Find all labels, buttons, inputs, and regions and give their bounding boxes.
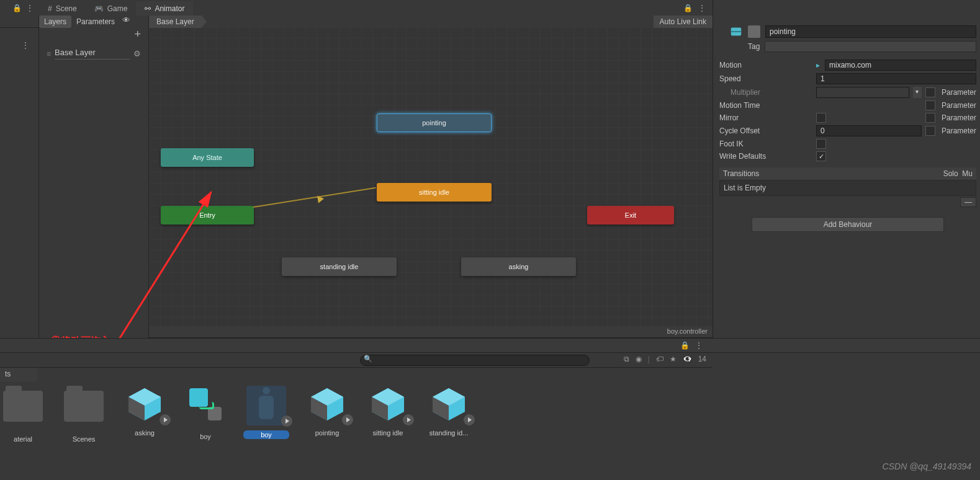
- asset-folder-material[interactable]: aterial: [0, 384, 46, 465]
- asset-animation-sitting-idle[interactable]: sitting idle: [365, 384, 411, 465]
- lock-icon[interactable]: 🔒: [683, 4, 693, 12]
- state-node-standing-idle[interactable]: standing idle: [282, 257, 397, 276]
- motion-play-icon: ▸: [816, 61, 820, 69]
- cycle-offset-label: Cycle Offset: [719, 127, 812, 135]
- motion-label: Motion: [719, 61, 812, 69]
- transitions-list: List is Empty: [719, 180, 976, 196]
- mirror-check[interactable]: [816, 113, 826, 123]
- left-dock-controls: 🔒 ⋮: [0, 0, 39, 16]
- multiplier-label: Multiplier: [719, 88, 812, 97]
- exit-node[interactable]: Exit: [587, 206, 674, 224]
- state-node-pointing[interactable]: pointing: [377, 113, 492, 132]
- animation-clip-icon: [429, 384, 469, 424]
- add-layer-icon[interactable]: +: [134, 28, 141, 40]
- play-icon[interactable]: [464, 414, 475, 425]
- write-defaults-label: Write Defaults: [719, 152, 812, 161]
- project-panel-divider[interactable]: 🔒 ⋮: [0, 338, 980, 353]
- layer-item-base[interactable]: ≡ Base Layer ⚙: [39, 43, 148, 64]
- project-search-input[interactable]: [360, 355, 590, 366]
- tab-animator[interactable]: ⚯Animator: [136, 1, 193, 16]
- animation-clip-icon: [307, 384, 347, 424]
- hierarchy-strip: ⋮: [0, 16, 39, 338]
- search-icon: 🔍: [364, 355, 372, 363]
- hidden-toggle-icon[interactable]: 👁‍🗨: [683, 355, 692, 363]
- animator-icon: ⚯: [145, 4, 151, 13]
- model-icon: [254, 386, 279, 422]
- breadcrumb[interactable]: Base Layer: [149, 16, 202, 28]
- foot-ik-check[interactable]: [816, 139, 826, 149]
- transitions-header: Transitions Solo Mu: [719, 167, 976, 180]
- tag-field[interactable]: [765, 41, 976, 52]
- layers-tab[interactable]: Layers: [39, 16, 71, 28]
- inspector-panel: Tag Motion▸ Speed Multiplier▾Parameter M…: [713, 0, 980, 338]
- controller-path-label: boy.controller: [149, 326, 713, 337]
- parameter-label: Parameter: [942, 88, 976, 97]
- speed-field[interactable]: [816, 73, 976, 84]
- project-breadcrumb[interactable]: ts: [0, 368, 37, 381]
- kebab-icon[interactable]: ⋮: [695, 340, 703, 350]
- kebab-icon[interactable]: ⋮: [25, 3, 34, 13]
- gamepad-icon: 🎮: [94, 4, 104, 13]
- dropdown-icon[interactable]: ▾: [913, 87, 922, 98]
- write-defaults-check[interactable]: ✓: [816, 151, 826, 161]
- any-state-node[interactable]: Any State: [161, 148, 254, 167]
- kebab-icon[interactable]: ⋮: [21, 40, 30, 50]
- drag-handle-icon[interactable]: ≡: [47, 50, 51, 58]
- folder-icon: [3, 391, 43, 422]
- state-type-icon: [748, 25, 760, 38]
- remove-transition-button[interactable]: —: [960, 197, 976, 207]
- eye-icon[interactable]: 👁: [122, 16, 130, 28]
- multiplier-param-check[interactable]: [925, 87, 935, 97]
- filter-label-icon[interactable]: 🏷: [656, 355, 663, 363]
- parameters-tab[interactable]: Parameters: [71, 16, 120, 28]
- layer-name: Base Layer: [55, 48, 130, 60]
- hidden-count: 14: [698, 355, 706, 363]
- tab-game[interactable]: 🎮Game: [86, 1, 137, 16]
- auto-live-link-button[interactable]: Auto Live Link: [654, 16, 713, 28]
- add-behaviour-button[interactable]: Add Behaviour: [752, 217, 944, 232]
- arrow-icon: [317, 195, 325, 203]
- multiplier-field: [816, 87, 909, 98]
- project-toolbar: 🔍 ⧉ ◉ | 🏷 ★ 👁‍🗨 14: [0, 353, 713, 368]
- entry-node[interactable]: Entry: [161, 206, 254, 224]
- mirror-param-check[interactable]: [925, 113, 935, 123]
- play-icon[interactable]: [403, 414, 414, 425]
- state-node-asking[interactable]: asking: [461, 257, 576, 276]
- folder-icon: [64, 391, 104, 422]
- asset-animation-pointing[interactable]: pointing: [304, 384, 350, 465]
- play-icon[interactable]: [342, 414, 353, 425]
- animator-graph[interactable]: 🔒 ⋮ Base Layer Auto Live Link pointing A…: [149, 16, 713, 338]
- favorite-icon[interactable]: ★: [670, 355, 677, 363]
- lock-icon[interactable]: 🔒: [12, 4, 22, 12]
- motion-field[interactable]: [825, 60, 976, 71]
- play-icon[interactable]: [281, 416, 292, 427]
- state-node-sitting-idle[interactable]: sitting idle: [377, 183, 492, 202]
- asset-controller-boy[interactable]: boy: [182, 384, 228, 465]
- play-icon[interactable]: [160, 414, 171, 425]
- save-search-icon[interactable]: ⧉: [624, 355, 629, 363]
- asset-model-boy[interactable]: boy: [243, 384, 289, 465]
- lock-icon[interactable]: 🔒: [680, 341, 690, 350]
- gear-icon[interactable]: ⚙: [133, 49, 141, 58]
- motion-time-param-check[interactable]: [925, 100, 935, 110]
- transition-edge[interactable]: [253, 187, 376, 208]
- tab-scene[interactable]: #Scene: [39, 1, 86, 16]
- foot-ik-label: Foot IK: [719, 140, 812, 148]
- asset-folder-scenes[interactable]: Scenes: [61, 384, 107, 465]
- speed-label: Speed: [719, 74, 812, 83]
- cycle-param-check[interactable]: [925, 126, 935, 136]
- main-tabs: #Scene 🎮Game ⚯Animator: [39, 0, 193, 16]
- asset-animation-asking[interactable]: asking: [122, 384, 168, 465]
- grid-icon: #: [48, 4, 52, 13]
- cycle-offset-field[interactable]: [816, 125, 922, 136]
- kebab-icon[interactable]: ⋮: [698, 3, 706, 13]
- state-name-input[interactable]: [765, 25, 976, 38]
- animator-controrller-icon: [189, 388, 222, 420]
- watermark: CSDN @qq_49149394: [883, 461, 971, 471]
- breadcrumb-bar: Base Layer Auto Live Link: [149, 16, 713, 28]
- filter-type-icon[interactable]: ◉: [636, 355, 642, 363]
- project-asset-grid: aterial Scenes asking boy boy pointing s…: [0, 384, 713, 465]
- asset-animation-standing-idle[interactable]: standing id...: [426, 384, 472, 465]
- animator-state-icon: [729, 25, 743, 38]
- mirror-label: Mirror: [719, 113, 812, 122]
